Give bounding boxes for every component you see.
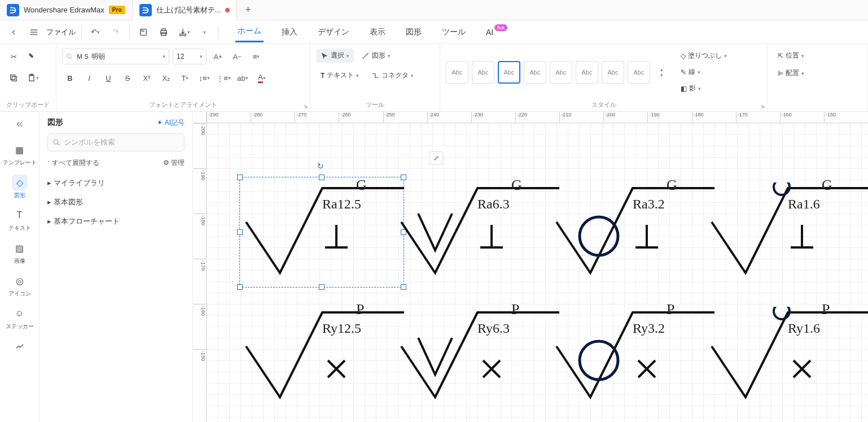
- tab-home[interactable]: ホーム: [235, 21, 264, 42]
- resize-handle[interactable]: [237, 175, 243, 180]
- select-tool-button[interactable]: 選択▾: [316, 49, 354, 63]
- style-preset-1[interactable]: Abc: [446, 61, 468, 84]
- back-button[interactable]: [6, 24, 21, 40]
- group-my-library[interactable]: ▸ マイライブラリ: [47, 173, 185, 193]
- hot-badge: hot: [494, 24, 507, 31]
- bold-button[interactable]: B: [62, 70, 78, 86]
- line-spacing-button[interactable]: ↕≡▾: [196, 70, 212, 86]
- roughness-value: Ry6.3: [477, 321, 562, 336]
- text-direction-button[interactable]: ab▾: [235, 70, 251, 86]
- leftbar-text[interactable]: Tテキスト: [8, 207, 31, 232]
- paste-button[interactable]: ▾: [25, 70, 41, 86]
- app-logo-icon: ∋: [7, 4, 19, 16]
- fill-button[interactable]: ◇ 塗りつぶし▾: [676, 49, 731, 63]
- font-launcher-icon[interactable]: ↘: [303, 103, 308, 109]
- surface-finish-symbol[interactable]: G Ra6.3: [396, 182, 559, 286]
- expand-all-button[interactable]: ˅ すべて展開する: [47, 158, 99, 168]
- save-button[interactable]: [135, 24, 151, 40]
- print-button[interactable]: [156, 24, 172, 40]
- leftbar-sticker[interactable]: ☺ステッカー: [6, 306, 34, 330]
- clear-format-button[interactable]: T▾: [177, 70, 193, 86]
- style-launcher-icon[interactable]: ↘: [760, 103, 765, 109]
- font-size-combo[interactable]: 12▾: [173, 49, 207, 64]
- floating-expand-button[interactable]: ⤢: [429, 151, 443, 165]
- tab-shape[interactable]: 図形: [404, 23, 424, 42]
- surface-finish-symbol[interactable]: P Ry6.3: [396, 307, 559, 410]
- surface-finish-symbol[interactable]: G Ra12.5: [240, 182, 404, 286]
- leftbar-template[interactable]: ▦テンプレート: [3, 142, 37, 167]
- tab-tool[interactable]: ツール: [440, 23, 468, 42]
- app-home-tab[interactable]: ∋ Wondershare EdrawMax Pro: [0, 0, 133, 20]
- style-preset-3[interactable]: Abc: [498, 61, 520, 84]
- more-quick-access[interactable]: ▾: [196, 24, 212, 40]
- tab-insert[interactable]: 挿入: [279, 23, 300, 42]
- text-tool-button[interactable]: T テキスト▾: [316, 68, 363, 82]
- shape-tool-button[interactable]: 図形▾: [357, 49, 395, 63]
- strike-button[interactable]: S: [120, 70, 135, 86]
- new-tab-button[interactable]: +: [237, 4, 259, 16]
- italic-button[interactable]: I: [81, 70, 97, 86]
- style-preset-8[interactable]: Abc: [628, 61, 650, 84]
- document-tab[interactable]: ∋ 仕上げ記号素材テ...: [133, 0, 238, 20]
- surface-finish-symbol[interactable]: G Ra3.2: [551, 182, 714, 286]
- tab-ai[interactable]: AIhot: [484, 23, 508, 41]
- leftbar-icon[interactable]: ◎アイコン: [8, 273, 31, 298]
- cut-button[interactable]: ✂: [6, 49, 21, 64]
- ai-symbol-link[interactable]: ✦ AI記号: [157, 118, 185, 128]
- svg-point-19: [580, 341, 618, 380]
- undo-button[interactable]: ↶▾: [87, 24, 103, 40]
- connector-tool-button[interactable]: コネクタ▾: [367, 68, 418, 82]
- collapse-leftbar-button[interactable]: [0, 116, 40, 134]
- style-preset-4[interactable]: Abc: [524, 61, 546, 84]
- svg-rect-4: [161, 32, 166, 35]
- arrange-button[interactable]: ⊫ 配置▾: [773, 66, 862, 80]
- search-icon: [66, 53, 73, 60]
- process-letter: G: [667, 177, 677, 194]
- style-preset-5[interactable]: Abc: [550, 61, 572, 84]
- surface-finish-symbol[interactable]: P Ry3.2: [551, 307, 714, 410]
- leftbar-image[interactable]: ▨画像: [12, 240, 28, 265]
- surface-finish-symbol[interactable]: G Ra1.6: [706, 182, 868, 286]
- canvas[interactable]: -290-280-270-260-250-240-230-220-210-200…: [193, 112, 868, 422]
- font-name-combo[interactable]: ＭＳ 明朝 ▾: [62, 49, 169, 64]
- subscript-button[interactable]: X₂: [158, 70, 174, 86]
- style-preset-7[interactable]: Abc: [602, 61, 624, 84]
- canvas-grid[interactable]: ⤢ ↻ G Ra12.5 G Ra6.3: [207, 123, 868, 422]
- style-preset-2[interactable]: Abc: [472, 61, 494, 84]
- surface-finish-symbol[interactable]: P Ry1.6: [706, 307, 868, 410]
- format-painter-button[interactable]: [25, 49, 41, 64]
- align-horizontal-button[interactable]: ≡▾: [248, 49, 264, 64]
- chart-icon: [12, 338, 28, 354]
- shadow-button[interactable]: ◧ 影▾: [676, 81, 731, 95]
- leftbar-shapes[interactable]: ◇図形: [12, 175, 28, 199]
- leftbar-chart[interactable]: [12, 338, 28, 354]
- manage-button[interactable]: ⚙ 管理: [163, 158, 185, 168]
- redo-button[interactable]: ↷: [108, 24, 124, 40]
- group-basic-shapes[interactable]: ▸ 基本図形: [47, 193, 185, 212]
- group-basic-flowchart[interactable]: ▸ 基本フローチャート: [47, 212, 185, 231]
- tab-view[interactable]: 表示: [367, 23, 388, 42]
- rotate-handle-icon[interactable]: ↻: [317, 162, 324, 171]
- shapes-panel: 図形 ✦ AI記号 シンボルを検索 ˅ すべて展開する ⚙ 管理 ▸ マイライブ…: [40, 112, 193, 422]
- surface-finish-symbol[interactable]: P Ry12.5: [240, 307, 404, 410]
- font-color-button[interactable]: A▾: [254, 70, 270, 86]
- increase-font-button[interactable]: A+: [210, 49, 226, 64]
- decrease-font-button[interactable]: A−: [229, 49, 245, 64]
- style-gallery-expand[interactable]: ▴▾: [654, 61, 669, 84]
- position-button[interactable]: ⇱ 位置▾: [773, 49, 862, 63]
- superscript-button[interactable]: X²: [139, 70, 155, 86]
- svg-rect-9: [11, 75, 15, 80]
- resize-handle[interactable]: [319, 175, 325, 180]
- file-menu[interactable]: ファイル: [46, 27, 76, 37]
- line-button[interactable]: ✎ 線▾: [676, 65, 731, 79]
- hamburger-icon[interactable]: [26, 24, 42, 40]
- style-preset-6[interactable]: Abc: [576, 61, 598, 84]
- copy-button[interactable]: [6, 70, 21, 86]
- resize-handle[interactable]: [401, 175, 406, 180]
- tab-design[interactable]: デザイン: [315, 23, 352, 42]
- export-button[interactable]: ▾: [176, 24, 192, 40]
- bullets-button[interactable]: ⋮≡▾: [216, 70, 231, 86]
- symbol-search-input[interactable]: シンボルを検索: [47, 133, 185, 151]
- underline-button[interactable]: U: [100, 70, 116, 86]
- roughness-value: Ra6.3: [477, 197, 562, 212]
